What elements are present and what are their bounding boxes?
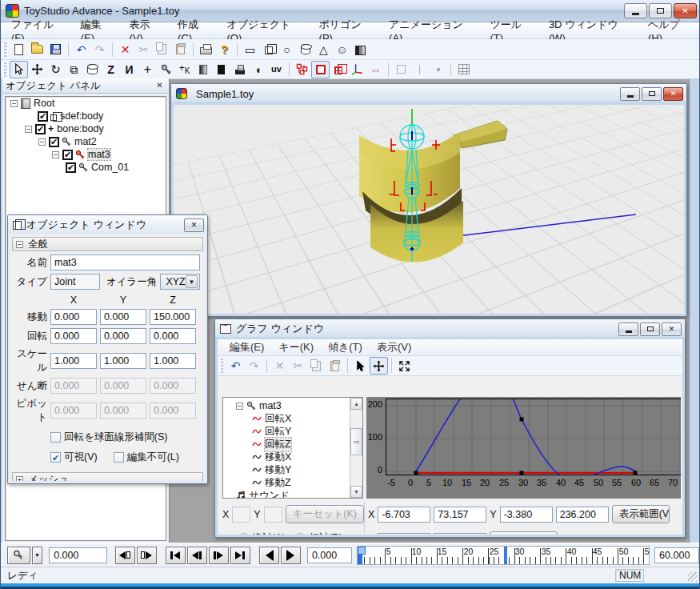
scale-y-field[interactable]: 1.000 (100, 353, 146, 369)
toolbar-grip[interactable] (3, 42, 6, 57)
graph-menu-edit[interactable]: 編集(E) (222, 339, 271, 355)
next-key-button[interactable] (137, 547, 157, 564)
graph-delete-button[interactable]: ✕ (270, 357, 289, 375)
graph-menu-key[interactable]: キー(K) (271, 339, 321, 355)
channel-rotz[interactable]: 回転Z (225, 438, 349, 451)
visibility-checkbox[interactable]: ✔ (38, 111, 48, 122)
playhead-cursor[interactable] (358, 547, 362, 565)
show-axes-button[interactable] (348, 61, 366, 78)
range-x-min-field[interactable]: -6.703 (378, 507, 430, 523)
tree-label[interactable]: mat2 (74, 136, 97, 147)
undo-button[interactable]: ↶ (72, 41, 90, 58)
create-cube-button[interactable] (259, 41, 278, 58)
play-forward-button[interactable] (281, 547, 301, 564)
edge-mode-button[interactable] (410, 61, 429, 78)
tree-scrollbar[interactable]: ▲ ▼ (350, 398, 362, 498)
tree-item-root[interactable]: − Root (6, 97, 166, 110)
section-general[interactable]: − 全般 (12, 237, 203, 251)
first-frame-button[interactable] (166, 547, 186, 564)
new-file-button[interactable] (10, 41, 28, 58)
expand-icon[interactable]: + (16, 476, 23, 482)
open-file-button[interactable] (28, 41, 46, 58)
channel-tree[interactable]: − mat3 回転X 回転Y (222, 397, 363, 499)
channel-movy[interactable]: 移動Y (225, 463, 349, 476)
toolbar-grip-2[interactable] (3, 62, 6, 77)
texture-button[interactable]: ◖ (249, 61, 267, 78)
solid-button[interactable] (212, 61, 230, 78)
scale-x-field[interactable]: 1.000 (50, 353, 97, 369)
tree-label[interactable]: Root (34, 98, 54, 109)
create-face-button[interactable]: ☺ (333, 41, 351, 58)
expander-icon[interactable]: − (52, 151, 59, 158)
graph-fit-button[interactable] (395, 357, 414, 375)
link-button[interactable]: ⇔ (366, 61, 385, 78)
invert-tool-button[interactable]: И (120, 61, 138, 78)
visibility-checkbox[interactable]: ✔ (66, 162, 76, 173)
absolute-radio[interactable] (238, 533, 249, 535)
channel-movz[interactable]: 移動Z (225, 476, 349, 489)
select-tool-button[interactable] (10, 61, 28, 78)
create-cone-button[interactable]: △ (314, 41, 333, 58)
key-select-button[interactable]: キー選択(S) (490, 531, 558, 535)
create-sphere-button[interactable]: ○ (278, 41, 296, 58)
expander-icon[interactable]: − (25, 126, 32, 133)
channel-root-mat3[interactable]: − mat3 (225, 399, 349, 412)
mirror-tool-button[interactable]: Z (102, 61, 120, 78)
key-set-button[interactable]: キーセット(K) (286, 505, 364, 523)
prev-key-button[interactable] (115, 547, 135, 564)
scale-z-field[interactable]: 1.000 (150, 353, 196, 369)
cut-button[interactable]: ✂ (134, 41, 153, 58)
slerp-checkbox[interactable] (50, 432, 61, 443)
channel-selected[interactable]: 回転Z (265, 438, 291, 451)
expander-icon[interactable]: − (236, 403, 243, 410)
graph-close-button[interactable]: ✕ (662, 323, 682, 336)
copy-button[interactable] (153, 41, 171, 58)
section-mesh[interactable]: + メッシュ (12, 472, 203, 481)
rotate-z-field[interactable]: 0.000 (150, 328, 196, 344)
graph-menu-slope[interactable]: 傾き(T) (321, 339, 370, 355)
graph-redo-button[interactable]: ↷ (245, 357, 263, 375)
create-wall-button[interactable] (351, 41, 370, 58)
insert-key-button[interactable] (7, 547, 30, 564)
range-x-max-field[interactable]: 73.157 (434, 507, 486, 523)
graph-titlebar[interactable]: グラフ ウィンドウ ✕ (215, 319, 685, 337)
graph-restore-button[interactable] (640, 323, 660, 336)
scrollbar-thumb[interactable] (350, 428, 362, 455)
timeline-ruler[interactable]: 0 5 10 15 20 25 30 35 40 45 50 55 (357, 546, 650, 565)
key-dropdown-button[interactable]: ▼ (32, 547, 42, 564)
channel-sound[interactable]: サウンド (225, 489, 349, 499)
locked-checkbox[interactable] (114, 452, 124, 463)
rotate-tool-button[interactable]: ↻ (46, 61, 65, 78)
print-button[interactable] (197, 41, 215, 58)
visibility-checkbox[interactable]: ✔ (62, 150, 73, 160)
create-cylinder-button[interactable] (296, 41, 314, 58)
tree-label[interactable]: sdef:body (60, 110, 103, 122)
viewport-close-button[interactable]: ✕ (663, 87, 683, 101)
hierarchy-view-button[interactable] (293, 61, 311, 78)
translate-z-field[interactable]: 150.000 (150, 309, 196, 325)
visibility-checkbox[interactable]: ✔ (49, 137, 59, 147)
translate-y-field[interactable]: 0.000 (100, 309, 146, 325)
create-plane-button[interactable]: ▭ (241, 41, 259, 58)
graph-select-button[interactable] (351, 357, 370, 375)
object-panel-close-icon[interactable]: ✕ (154, 80, 166, 91)
graph-pan-button[interactable] (370, 357, 388, 375)
tree-label[interactable]: bone:body (57, 123, 103, 134)
end-frame-field[interactable]: 60.000 (654, 547, 699, 563)
channel-rotx[interactable]: 回転X (225, 412, 349, 425)
uv-button[interactable]: uv (267, 61, 286, 78)
tree-label[interactable]: Com_01 (91, 162, 129, 173)
tree-item-mat3[interactable]: − ✔ mat3 (6, 148, 166, 161)
current-frame-field[interactable]: 0.000 (49, 547, 107, 563)
grid-button[interactable] (454, 61, 473, 78)
viewport-minimize-button[interactable] (620, 87, 640, 101)
rotate-x-field[interactable]: 0.000 (50, 328, 97, 344)
paste-button[interactable] (171, 41, 190, 58)
graph-menu-view[interactable]: 表示(V) (370, 339, 418, 355)
viewport-restore-button[interactable] (642, 87, 662, 101)
show-wire-button[interactable] (330, 61, 348, 78)
help-button[interactable]: ? (215, 41, 234, 58)
show-object-button[interactable] (311, 61, 330, 78)
face-mode-button[interactable] (392, 61, 410, 78)
next-frame-button[interactable] (209, 547, 229, 564)
